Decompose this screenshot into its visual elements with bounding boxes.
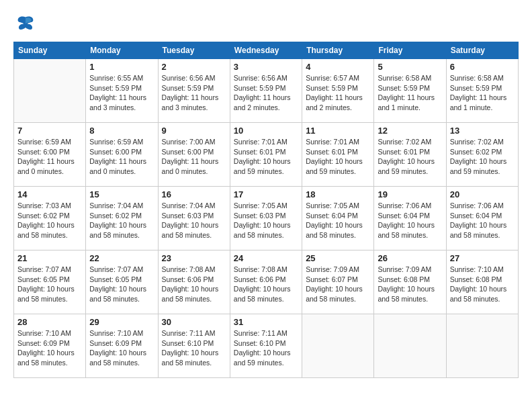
day-number: 13 [450, 126, 515, 136]
calendar-cell [302, 314, 374, 378]
day-info: Sunrise: 6:59 AMSunset: 6:00 PMDaylight:… [89, 137, 154, 177]
calendar-cell [374, 314, 446, 378]
weekday-header-saturday: Saturday [446, 42, 518, 59]
calendar-cell: 10Sunrise: 7:01 AMSunset: 6:01 PMDayligh… [230, 123, 302, 187]
day-number: 3 [234, 62, 298, 72]
day-info: Sunrise: 7:10 AMSunset: 6:09 PMDaylight:… [17, 328, 82, 368]
calendar-cell: 24Sunrise: 7:08 AMSunset: 6:06 PMDayligh… [230, 250, 302, 314]
calendar-cell: 27Sunrise: 7:10 AMSunset: 6:08 PMDayligh… [446, 250, 518, 314]
calendar-cell: 13Sunrise: 7:02 AMSunset: 6:02 PMDayligh… [446, 123, 518, 187]
day-info: Sunrise: 7:01 AMSunset: 6:01 PMDaylight:… [306, 137, 370, 177]
day-number: 9 [162, 126, 226, 136]
day-number: 12 [378, 126, 442, 136]
day-number: 29 [89, 317, 154, 327]
weekday-header-thursday: Thursday [302, 42, 374, 59]
day-info: Sunrise: 7:09 AMSunset: 6:07 PMDaylight:… [306, 265, 370, 304]
day-number: 6 [450, 62, 515, 72]
calendar-cell [446, 314, 518, 378]
day-number: 23 [162, 253, 226, 263]
day-number: 19 [378, 189, 442, 199]
calendar-cell: 1Sunrise: 6:55 AMSunset: 5:59 PMDaylight… [86, 59, 158, 123]
weekday-header-sunday: Sunday [14, 42, 86, 59]
weekday-header-monday: Monday [86, 42, 158, 59]
day-info: Sunrise: 7:02 AMSunset: 6:01 PMDaylight:… [378, 137, 442, 177]
calendar-cell: 14Sunrise: 7:03 AMSunset: 6:02 PMDayligh… [14, 187, 86, 250]
calendar-cell: 16Sunrise: 7:04 AMSunset: 6:03 PMDayligh… [158, 187, 230, 250]
calendar-cell: 7Sunrise: 6:59 AMSunset: 6:00 PMDaylight… [14, 123, 86, 187]
day-info: Sunrise: 7:00 AMSunset: 6:00 PMDaylight:… [162, 137, 226, 177]
day-info: Sunrise: 6:58 AMSunset: 5:59 PMDaylight:… [378, 73, 442, 113]
day-number: 1 [89, 62, 154, 72]
day-number: 20 [450, 189, 515, 199]
day-info: Sunrise: 7:03 AMSunset: 6:02 PMDaylight:… [17, 201, 82, 240]
day-number: 5 [378, 62, 442, 72]
calendar-cell: 5Sunrise: 6:58 AMSunset: 5:59 PMDaylight… [374, 59, 446, 123]
calendar-cell: 2Sunrise: 6:56 AMSunset: 5:59 PMDaylight… [158, 59, 230, 123]
logo-bird-icon [16, 13, 35, 32]
calendar-cell: 22Sunrise: 7:07 AMSunset: 6:05 PMDayligh… [86, 250, 158, 314]
day-number: 31 [234, 317, 298, 327]
day-info: Sunrise: 7:04 AMSunset: 6:02 PMDaylight:… [89, 201, 154, 240]
day-number: 26 [378, 253, 442, 263]
day-info: Sunrise: 6:56 AMSunset: 5:59 PMDaylight:… [234, 73, 298, 113]
calendar-cell: 29Sunrise: 7:10 AMSunset: 6:09 PMDayligh… [86, 314, 158, 378]
calendar-cell: 23Sunrise: 7:08 AMSunset: 6:06 PMDayligh… [158, 250, 230, 314]
calendar-cell: 4Sunrise: 6:57 AMSunset: 5:59 PMDaylight… [302, 59, 374, 123]
calendar-week-row: 28Sunrise: 7:10 AMSunset: 6:09 PMDayligh… [14, 314, 519, 378]
calendar-cell: 8Sunrise: 6:59 AMSunset: 6:00 PMDaylight… [86, 123, 158, 187]
day-number: 7 [17, 126, 82, 136]
calendar-cell [14, 59, 86, 123]
logo [13, 13, 35, 35]
day-info: Sunrise: 6:57 AMSunset: 5:59 PMDaylight:… [306, 73, 370, 113]
calendar-cell: 9Sunrise: 7:00 AMSunset: 6:00 PMDaylight… [158, 123, 230, 187]
day-info: Sunrise: 7:07 AMSunset: 6:05 PMDaylight:… [89, 265, 154, 304]
day-number: 24 [234, 253, 298, 263]
day-info: Sunrise: 7:05 AMSunset: 6:04 PMDaylight:… [306, 201, 370, 240]
day-number: 4 [306, 62, 370, 72]
calendar-cell: 6Sunrise: 6:58 AMSunset: 5:59 PMDaylight… [446, 59, 518, 123]
calendar-week-row: 7Sunrise: 6:59 AMSunset: 6:00 PMDaylight… [14, 123, 519, 187]
calendar-week-row: 21Sunrise: 7:07 AMSunset: 6:05 PMDayligh… [14, 250, 519, 314]
day-info: Sunrise: 6:58 AMSunset: 5:59 PMDaylight:… [450, 73, 515, 113]
weekday-header-wednesday: Wednesday [230, 42, 302, 59]
day-number: 2 [162, 62, 226, 72]
day-info: Sunrise: 7:09 AMSunset: 6:08 PMDaylight:… [378, 265, 442, 304]
calendar-cell: 15Sunrise: 7:04 AMSunset: 6:02 PMDayligh… [86, 187, 158, 250]
day-info: Sunrise: 7:05 AMSunset: 6:03 PMDaylight:… [234, 201, 298, 240]
page-header [13, 13, 519, 35]
day-number: 30 [162, 317, 226, 327]
day-info: Sunrise: 6:59 AMSunset: 6:00 PMDaylight:… [17, 137, 82, 177]
calendar-cell: 30Sunrise: 7:11 AMSunset: 6:10 PMDayligh… [158, 314, 230, 378]
day-number: 10 [234, 126, 298, 136]
day-info: Sunrise: 7:08 AMSunset: 6:06 PMDaylight:… [234, 265, 298, 304]
day-info: Sunrise: 6:56 AMSunset: 5:59 PMDaylight:… [162, 73, 226, 113]
calendar-cell: 20Sunrise: 7:06 AMSunset: 6:04 PMDayligh… [446, 187, 518, 250]
weekday-header-tuesday: Tuesday [158, 42, 230, 59]
day-number: 15 [89, 189, 154, 199]
day-number: 8 [89, 126, 154, 136]
day-info: Sunrise: 7:01 AMSunset: 6:01 PMDaylight:… [234, 137, 298, 177]
day-number: 11 [306, 126, 370, 136]
calendar-cell: 12Sunrise: 7:02 AMSunset: 6:01 PMDayligh… [374, 123, 446, 187]
calendar-week-row: 1Sunrise: 6:55 AMSunset: 5:59 PMDaylight… [14, 59, 519, 123]
day-info: Sunrise: 7:02 AMSunset: 6:02 PMDaylight:… [450, 137, 515, 177]
day-info: Sunrise: 7:07 AMSunset: 6:05 PMDaylight:… [17, 265, 82, 304]
calendar-cell: 3Sunrise: 6:56 AMSunset: 5:59 PMDaylight… [230, 59, 302, 123]
day-info: Sunrise: 6:55 AMSunset: 5:59 PMDaylight:… [89, 73, 154, 113]
day-info: Sunrise: 7:11 AMSunset: 6:10 PMDaylight:… [162, 328, 226, 368]
calendar-cell: 21Sunrise: 7:07 AMSunset: 6:05 PMDayligh… [14, 250, 86, 314]
calendar-cell: 28Sunrise: 7:10 AMSunset: 6:09 PMDayligh… [14, 314, 86, 378]
day-number: 25 [306, 253, 370, 263]
calendar-cell: 11Sunrise: 7:01 AMSunset: 6:01 PMDayligh… [302, 123, 374, 187]
day-info: Sunrise: 7:10 AMSunset: 6:08 PMDaylight:… [450, 265, 515, 304]
day-number: 21 [17, 253, 82, 263]
day-number: 28 [17, 317, 82, 327]
day-number: 16 [162, 189, 226, 199]
calendar-cell: 17Sunrise: 7:05 AMSunset: 6:03 PMDayligh… [230, 187, 302, 250]
calendar-week-row: 14Sunrise: 7:03 AMSunset: 6:02 PMDayligh… [14, 187, 519, 250]
day-info: Sunrise: 7:11 AMSunset: 6:10 PMDaylight:… [234, 328, 298, 368]
day-number: 14 [17, 189, 82, 199]
calendar-header-row: SundayMondayTuesdayWednesdayThursdayFrid… [14, 42, 519, 59]
calendar-cell: 26Sunrise: 7:09 AMSunset: 6:08 PMDayligh… [374, 250, 446, 314]
day-info: Sunrise: 7:08 AMSunset: 6:06 PMDaylight:… [162, 265, 226, 304]
